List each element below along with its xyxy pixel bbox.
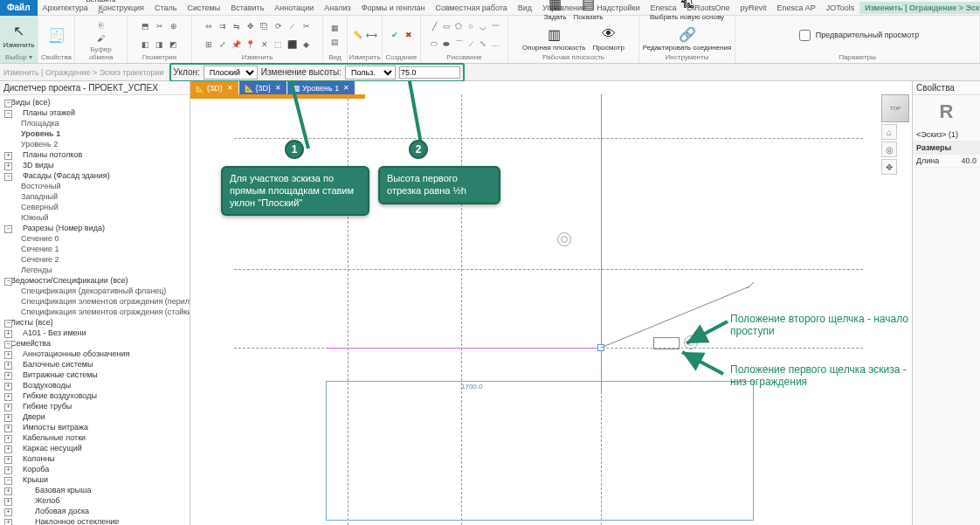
drawing-canvas[interactable]: 📐 (3D)✕ 📐 {3D}✕ ▦ Уровень 1✕ TOP ⌂ ◎ ✥ [190, 81, 912, 525]
tree-f12[interactable]: Короба [2, 464, 188, 474]
tree-floorplans[interactable]: Планы этажей [2, 107, 188, 118]
draw-g[interactable]: ⬭ [428, 38, 440, 50]
tree-families[interactable]: Семейства [2, 338, 188, 349]
line-button[interactable]: ╱ [428, 20, 440, 32]
tree-level1[interactable]: Уровень 1 [2, 128, 188, 139]
tree-f2[interactable]: Балочные системы [2, 359, 188, 370]
unpin-button[interactable]: 📍 [245, 38, 257, 51]
tab-modify-contextual[interactable]: Изменить | Ограждение > Эскиз траектории [859, 2, 980, 14]
tree-north[interactable]: Северный [2, 202, 188, 212]
tree-sch1[interactable]: Спецификация (декоративный фланец) [2, 286, 188, 296]
tree-r1[interactable]: Базовая крыша [2, 485, 188, 495]
copy-button[interactable]: ⎘ [95, 19, 107, 31]
tree-east[interactable]: Восточный [2, 181, 188, 191]
geom-a[interactable]: ◧ [140, 38, 152, 51]
props-length-row[interactable]: Длина40.0 [913, 155, 980, 168]
tree-f10[interactable]: Каркас несущий [2, 443, 188, 453]
cope-button[interactable]: ⬒ [140, 20, 152, 32]
tree-sheets[interactable]: Листы (все) [2, 317, 188, 328]
tree-f11[interactable]: Колонны [2, 453, 188, 464]
tab-massing[interactable]: Формы и генплан [356, 2, 431, 14]
file-tab[interactable]: Файл [0, 0, 38, 16]
slope-select[interactable]: Плоский [204, 66, 258, 79]
tree-r3[interactable]: Лобовая доска [2, 506, 188, 516]
tree-schedules[interactable]: Ведомости/Спецификации (все) [2, 275, 188, 286]
tab-analysis[interactable]: Анализ [319, 2, 355, 14]
arc-button[interactable]: ◡ [477, 20, 489, 32]
tree-f1[interactable]: Аннотационные обозначения [2, 349, 188, 359]
tree-level2[interactable]: Уровень 2 [2, 139, 188, 149]
tree-s1[interactable]: Сечение 1 [2, 244, 188, 254]
tree-f13[interactable]: Крыши [2, 474, 188, 485]
height-value-input[interactable] [399, 66, 460, 79]
mod-b[interactable]: ⬛ [286, 38, 299, 51]
delete-button[interactable]: ✕ [259, 38, 271, 51]
align-button[interactable]: ⇔ [203, 20, 215, 32]
view-tab-3d-a[interactable]: 📐 (3D)✕ [190, 81, 239, 94]
close-icon[interactable]: ✕ [227, 84, 233, 92]
copy-mod-button[interactable]: ⿻ [259, 20, 271, 32]
measure-button[interactable]: 📏 [352, 29, 364, 41]
tab-pyrevit[interactable]: pyRevit [735, 2, 772, 14]
refplane-button[interactable]: ▥Опорная плоскость [520, 24, 588, 52]
tree-legends[interactable]: Легенды [2, 265, 188, 275]
paste-button[interactable]: 📋Вставить [84, 0, 119, 4]
tab-enescaap[interactable]: Enesca AP [772, 2, 821, 14]
sketch-endpoint[interactable] [597, 344, 604, 351]
trim-button[interactable]: ⟋ [286, 20, 299, 32]
view-tab-3d-b[interactable]: 📐 {3D}✕ [239, 81, 288, 94]
tree-f6[interactable]: Гибкие трубы [2, 401, 188, 411]
tab-annot[interactable]: Аннотации [269, 2, 319, 14]
move-button[interactable]: ✥ [245, 20, 257, 32]
preview-checkbox[interactable]: Предварительный просмотр [796, 27, 919, 44]
tree-views[interactable]: Виды (все) [2, 97, 188, 107]
draw-i[interactable]: ⌒ [452, 38, 465, 50]
poly-button[interactable]: ⬠ [452, 20, 465, 32]
draw-h[interactable]: ⬬ [440, 38, 452, 50]
pick-line-button[interactable]: ⤡ [477, 38, 489, 50]
properties-palette[interactable]: Свойства R <Эскиз> (1) Размеры Длина40.0 [912, 81, 980, 525]
tree-south[interactable]: Южный [2, 212, 188, 223]
mirror-button[interactable]: ⇋ [231, 20, 243, 32]
tree-sheet1[interactable]: A101 - Без имени [2, 328, 188, 338]
dim-button[interactable]: ⟷ [366, 29, 378, 41]
split-button[interactable]: ✂ [300, 20, 313, 32]
join-button[interactable]: ⊕ [168, 20, 180, 32]
tree-f5[interactable]: Гибкие воздуховоды [2, 390, 188, 401]
tree-f4[interactable]: Воздуховоды [2, 380, 188, 390]
close-icon[interactable]: ✕ [343, 84, 349, 92]
tree-r4[interactable]: Наклонное остекление [2, 516, 188, 525]
pick-host-button[interactable]: 🏗Выбрать новую основу [647, 0, 727, 22]
close-icon[interactable]: ✕ [275, 84, 281, 92]
sketch-line-horizontal[interactable] [326, 348, 601, 349]
tree-ceilplans[interactable]: Планы потолков [2, 149, 188, 160]
tree-3dviews[interactable]: 3D виды [2, 160, 188, 170]
tree-sections[interactable]: Разрезы (Номер вида) [2, 223, 188, 233]
array-button[interactable]: ⊞ [203, 38, 215, 51]
set-workplane-button[interactable]: ▦Задать [541, 0, 569, 22]
view-a[interactable]: ▦ [329, 22, 342, 34]
tree-sch2[interactable]: Спецификация элементов ограждения (перил… [2, 296, 188, 307]
tree-elevations[interactable]: Фасады (Фасад здания) [2, 170, 188, 181]
tree-s0[interactable]: Сечение 0 [2, 233, 188, 244]
tree-site[interactable]: Площадка [2, 118, 188, 128]
draw-l[interactable]: … [489, 38, 501, 50]
tree-f9[interactable]: Кабельные лотки [2, 432, 188, 443]
tab-steel[interactable]: Сталь [149, 2, 182, 14]
circle-button[interactable]: ○ [465, 20, 477, 32]
project-browser[interactable]: Диспетчер проекта - ПРОЕКТ_УСПЕХ Виды (в… [0, 81, 190, 525]
properties-button[interactable]: 🧾 [45, 24, 69, 45]
geom-c[interactable]: ◩ [168, 38, 180, 51]
tab-collab[interactable]: Совместная работа [430, 2, 512, 14]
type-selector[interactable]: <Эскиз> (1) [913, 128, 980, 142]
tab-systems[interactable]: Системы [182, 2, 225, 14]
tree-s2[interactable]: Сечение 2 [2, 254, 188, 265]
pin-button[interactable]: 📌 [231, 38, 243, 51]
tree-f7[interactable]: Двери [2, 411, 188, 422]
view-b[interactable]: ▤ [329, 36, 342, 48]
geom-b[interactable]: ◨ [154, 38, 166, 51]
edit-joins-button[interactable]: 🔗Редактировать соединения [640, 24, 735, 52]
rect-button[interactable]: ▭ [440, 20, 452, 32]
scale-button[interactable]: ⤢ [217, 38, 229, 51]
viewer-button[interactable]: 👁Просмотр [590, 24, 627, 52]
